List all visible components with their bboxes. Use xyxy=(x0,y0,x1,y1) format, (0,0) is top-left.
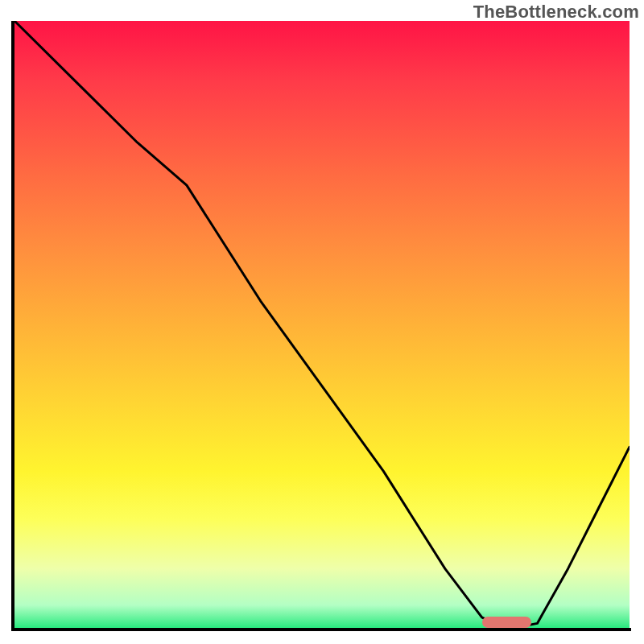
bottleneck-curve xyxy=(14,21,630,630)
y-axis xyxy=(11,21,14,630)
watermark-text: TheBottleneck.com xyxy=(473,2,639,23)
chart-frame: TheBottleneck.com xyxy=(0,0,644,644)
plot-area xyxy=(14,21,630,630)
x-axis xyxy=(11,628,631,631)
optimal-range-marker xyxy=(482,617,531,628)
